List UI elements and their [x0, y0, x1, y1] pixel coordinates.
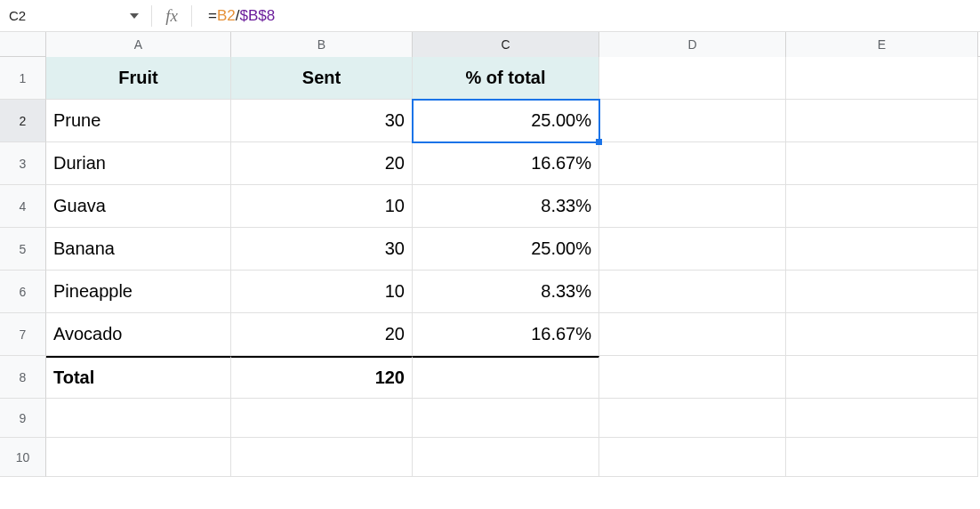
cell-A1[interactable]: Fruit	[46, 57, 231, 100]
cell-C5[interactable]: 25.00%	[413, 228, 599, 271]
cell-B6[interactable]: 10	[231, 271, 413, 313]
col-header-B[interactable]: B	[231, 32, 413, 57]
cell-D9[interactable]	[599, 399, 786, 438]
row-3: 3 Durian 20 16.67%	[0, 142, 980, 185]
cell-A5[interactable]: Banana	[46, 228, 231, 271]
cell-E8[interactable]	[786, 356, 978, 399]
cell-E5[interactable]	[786, 228, 978, 271]
cell-A10[interactable]	[46, 438, 231, 477]
cell-B10[interactable]	[231, 438, 413, 477]
formula-ref1: B2	[217, 7, 236, 25]
row-7: 7 Avocado 20 16.67%	[0, 313, 980, 356]
cell-A2[interactable]: Prune	[46, 100, 231, 142]
row-header-4[interactable]: 4	[0, 185, 46, 228]
cell-A3[interactable]: Durian	[46, 142, 231, 185]
cell-A6[interactable]: Pineapple	[46, 271, 231, 313]
row-10: 10	[0, 438, 980, 477]
formula-eq: =	[208, 7, 217, 25]
row-4: 4 Guava 10 8.33%	[0, 185, 980, 228]
cell-D4[interactable]	[599, 185, 786, 228]
cell-C2[interactable]: 25.00%	[413, 100, 599, 142]
row-header-8[interactable]: 8	[0, 356, 46, 399]
name-box-dropdown[interactable]	[80, 12, 151, 20]
row-header-7[interactable]: 7	[0, 313, 46, 356]
formula-bar[interactable]: =B2/$B$8	[192, 7, 980, 25]
cell-E10[interactable]	[786, 438, 978, 477]
cell-B1[interactable]: Sent	[231, 57, 413, 100]
cell-B9[interactable]	[231, 399, 413, 438]
column-headers: A B C D E	[0, 32, 980, 57]
cell-A9[interactable]	[46, 399, 231, 438]
row-header-5[interactable]: 5	[0, 228, 46, 271]
chevron-down-icon	[130, 12, 139, 20]
cell-C4[interactable]: 8.33%	[413, 185, 599, 228]
cell-D5[interactable]	[599, 228, 786, 271]
cell-D10[interactable]	[599, 438, 786, 477]
cell-E3[interactable]	[786, 142, 978, 185]
select-all-corner[interactable]	[0, 32, 46, 56]
cell-E6[interactable]	[786, 271, 978, 313]
cell-A7[interactable]: Avocado	[46, 313, 231, 356]
cell-B7[interactable]: 20	[231, 313, 413, 356]
row-9: 9	[0, 399, 980, 438]
cell-E1[interactable]	[786, 57, 978, 100]
cell-D3[interactable]	[599, 142, 786, 185]
row-1: 1 Fruit Sent % of total	[0, 57, 980, 100]
row-header-6[interactable]: 6	[0, 271, 46, 313]
row-8: 8 Total 120	[0, 356, 980, 399]
cell-B4[interactable]: 10	[231, 185, 413, 228]
cell-C3[interactable]: 16.67%	[413, 142, 599, 185]
cell-D6[interactable]	[599, 271, 786, 313]
formula-ref2: $B$8	[239, 7, 275, 25]
cell-D1[interactable]	[599, 57, 786, 100]
cell-B2[interactable]: 30	[231, 100, 413, 142]
row-header-1[interactable]: 1	[0, 57, 46, 100]
col-header-C[interactable]: C	[413, 32, 599, 57]
cell-C10[interactable]	[413, 438, 599, 477]
spreadsheet-grid: A B C D E 1 Fruit Sent % of total 2 Prun…	[0, 32, 980, 477]
cell-C8[interactable]	[413, 356, 599, 399]
row-header-10[interactable]: 10	[0, 438, 46, 477]
row-header-3[interactable]: 3	[0, 142, 46, 185]
cell-E7[interactable]	[786, 313, 978, 356]
col-header-E[interactable]: E	[786, 32, 978, 57]
cell-A8[interactable]: Total	[46, 356, 231, 399]
cell-C9[interactable]	[413, 399, 599, 438]
cell-C1[interactable]: % of total	[413, 57, 599, 100]
formula-bar-row: C2 fx =B2/$B$8	[0, 0, 980, 32]
col-header-D[interactable]: D	[599, 32, 786, 57]
cell-C6[interactable]: 8.33%	[413, 271, 599, 313]
name-box[interactable]: C2	[0, 8, 80, 23]
row-6: 6 Pineapple 10 8.33%	[0, 271, 980, 313]
cell-C2-value: 25.00%	[531, 110, 591, 131]
cell-A4[interactable]: Guava	[46, 185, 231, 228]
cell-E4[interactable]	[786, 185, 978, 228]
cell-E9[interactable]	[786, 399, 978, 438]
fx-icon: fx	[152, 6, 191, 26]
col-header-A[interactable]: A	[46, 32, 231, 57]
cell-C7[interactable]: 16.67%	[413, 313, 599, 356]
selection-handle[interactable]	[596, 139, 602, 145]
cell-D2[interactable]	[599, 100, 786, 142]
cell-D7[interactable]	[599, 313, 786, 356]
row-5: 5 Banana 30 25.00%	[0, 228, 980, 271]
cell-B5[interactable]: 30	[231, 228, 413, 271]
row-header-9[interactable]: 9	[0, 399, 46, 438]
row-2: 2 Prune 30 25.00%	[0, 100, 980, 142]
cell-D8[interactable]	[599, 356, 786, 399]
cell-B3[interactable]: 20	[231, 142, 413, 185]
cell-E2[interactable]	[786, 100, 978, 142]
cell-B8[interactable]: 120	[231, 356, 413, 399]
row-header-2[interactable]: 2	[0, 100, 46, 142]
